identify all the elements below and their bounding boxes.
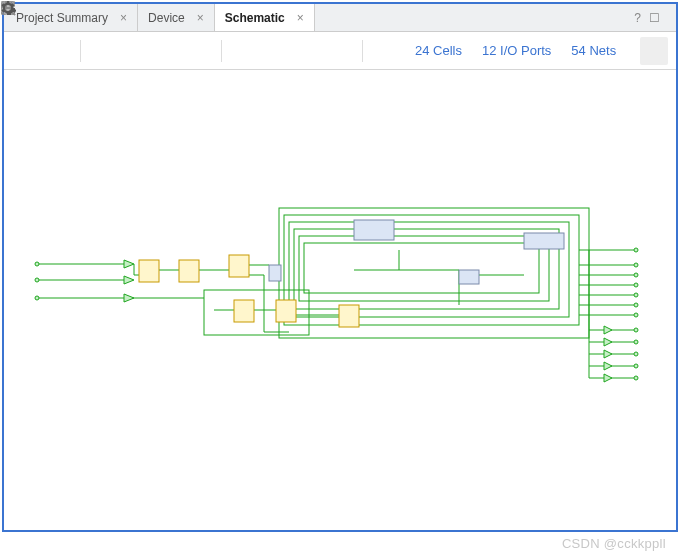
tab-label: Device (148, 11, 185, 25)
svg-rect-58 (459, 270, 479, 284)
counts: 24 Cells 12 I/O Ports 54 Nets (415, 43, 616, 58)
svg-point-70 (634, 328, 638, 332)
svg-rect-52 (229, 255, 249, 277)
maximize-icon[interactable]: ☐ (649, 11, 660, 25)
tab-bar-actions: ? ☐ (634, 11, 676, 25)
svg-point-61 (35, 278, 39, 282)
close-icon[interactable]: × (116, 11, 131, 25)
reload-icon[interactable] (371, 37, 399, 65)
tab-device[interactable]: Device × (138, 4, 215, 31)
plus-icon[interactable] (294, 37, 322, 65)
separator (80, 40, 81, 62)
close-icon[interactable]: × (293, 11, 308, 25)
shrink-icon[interactable] (262, 37, 290, 65)
svg-point-67 (634, 293, 638, 297)
svg-point-65 (634, 273, 638, 277)
zoom-out-icon[interactable] (121, 37, 149, 65)
tab-label: Schematic (225, 11, 285, 25)
svg-point-73 (634, 364, 638, 368)
io-count[interactable]: 12 I/O Ports (482, 43, 551, 58)
svg-rect-54 (276, 300, 296, 322)
watermark: CSDN @cckkppll (562, 536, 666, 551)
minus-icon[interactable] (326, 37, 354, 65)
svg-rect-16 (304, 243, 539, 293)
svg-point-71 (634, 340, 638, 344)
schematic-drawing (4, 70, 676, 530)
svg-point-60 (35, 262, 39, 266)
svg-rect-50 (139, 260, 159, 282)
zoom-area-icon[interactable] (185, 37, 213, 65)
forward-icon[interactable] (44, 37, 72, 65)
separator (362, 40, 363, 62)
svg-rect-53 (234, 300, 254, 322)
help-icon[interactable]: ? (634, 11, 641, 25)
tab-project-summary[interactable]: Project Summary × (6, 4, 138, 31)
schematic-canvas[interactable] (4, 70, 676, 530)
separator (221, 40, 222, 62)
svg-rect-15 (299, 236, 549, 301)
svg-rect-11 (279, 208, 589, 338)
tab-label: Project Summary (16, 11, 108, 25)
svg-rect-56 (269, 265, 281, 281)
nets-count[interactable]: 54 Nets (571, 43, 616, 58)
svg-rect-55 (339, 305, 359, 327)
svg-point-64 (634, 263, 638, 267)
svg-rect-59 (524, 233, 564, 249)
svg-rect-14 (294, 229, 559, 309)
zoom-in-icon[interactable] (89, 37, 117, 65)
app-window: Project Summary × Device × Schematic × ?… (2, 2, 678, 532)
back-icon[interactable] (12, 37, 40, 65)
cells-count[interactable]: 24 Cells (415, 43, 462, 58)
svg-point-63 (634, 248, 638, 252)
close-icon[interactable]: × (193, 11, 208, 25)
tab-bar: Project Summary × Device × Schematic × ?… (4, 4, 676, 32)
gear-icon[interactable] (640, 37, 668, 65)
toolbar: 24 Cells 12 I/O Ports 54 Nets (4, 32, 676, 70)
svg-rect-57 (354, 220, 394, 240)
zoom-fit-icon[interactable] (153, 37, 181, 65)
svg-rect-51 (179, 260, 199, 282)
svg-point-66 (634, 283, 638, 287)
svg-point-62 (35, 296, 39, 300)
tab-schematic[interactable]: Schematic × (215, 4, 315, 31)
svg-point-69 (634, 313, 638, 317)
svg-point-72 (634, 352, 638, 356)
svg-point-74 (634, 376, 638, 380)
target-icon[interactable] (230, 37, 258, 65)
svg-point-68 (634, 303, 638, 307)
